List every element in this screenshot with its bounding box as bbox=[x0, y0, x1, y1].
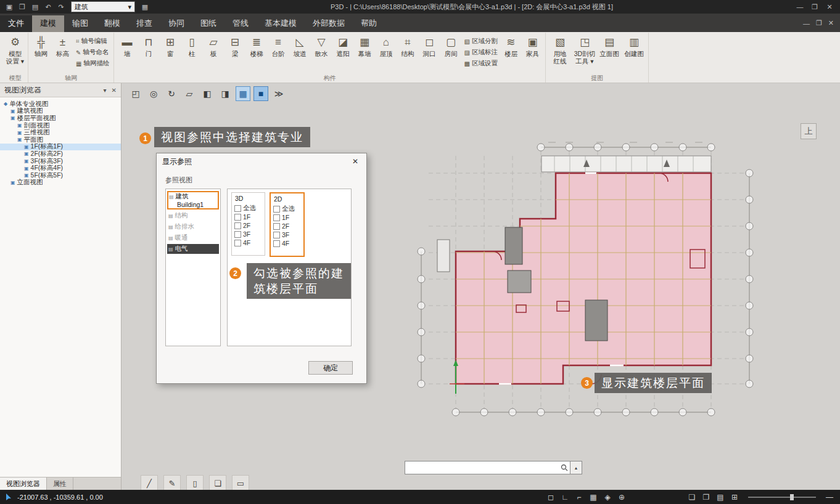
pick-column-icon[interactable]: ▯ bbox=[186, 475, 204, 490]
ribbon-tab[interactable]: 输图 bbox=[64, 15, 96, 32]
ucs-icon[interactable]: ◻ bbox=[545, 492, 556, 502]
view-tree-item[interactable]: ▣ 楼层平面视图 bbox=[0, 115, 121, 122]
ribbon-tool-button[interactable]: ▦ 幕墙 bbox=[353, 33, 375, 58]
polar-icon[interactable]: ⌐ bbox=[574, 492, 585, 502]
collapse-icon[interactable]: ▾ bbox=[104, 87, 107, 94]
more-styles-icon[interactable]: ≫ bbox=[271, 86, 286, 101]
floor-checkbox-3d[interactable]: 2F bbox=[234, 221, 263, 230]
ribbon-tool-button[interactable]: ▱ 板 bbox=[202, 33, 224, 58]
ribbon-tool-button[interactable]: ⊞ 窗 bbox=[159, 33, 181, 58]
copy-tool-icon[interactable]: ❏ bbox=[209, 475, 226, 490]
close-panel-icon[interactable]: ✕ bbox=[112, 87, 117, 94]
ribbon-tool-button[interactable]: ▽ 散水 bbox=[310, 33, 332, 58]
floor-checkbox-3d[interactable]: 4F bbox=[234, 238, 263, 247]
list-view-icon[interactable]: ▤ bbox=[715, 492, 726, 502]
ribbon-tool-button[interactable]: ≡ 台阶 bbox=[267, 33, 289, 58]
grid-snap-icon[interactable]: ▦ bbox=[588, 492, 599, 502]
ribbon-small-button[interactable]: ⌗ 轴号编辑 bbox=[76, 37, 109, 46]
app-icon[interactable]: ▣ bbox=[4, 2, 15, 12]
zoom-slider-handle[interactable] bbox=[790, 494, 794, 500]
ribbon-tool-button[interactable]: ◺ 坡道 bbox=[289, 33, 310, 58]
ribbon-tab[interactable]: 建模 bbox=[32, 15, 64, 32]
ribbon-tool-button[interactable]: ⊟ 梁 bbox=[224, 33, 245, 58]
ribbon-tool-button[interactable]: ▯ 柱 bbox=[181, 33, 202, 58]
ribbon-tool-button[interactable]: ⌗ 结构 bbox=[397, 33, 418, 58]
ribbon-tool-button[interactable]: ≣ 楼梯 bbox=[245, 33, 267, 58]
ribbon-tool-button[interactable]: ▢ 房间 bbox=[440, 33, 461, 58]
floor-checkbox-2d[interactable]: 1F bbox=[273, 213, 302, 222]
textured-style-icon[interactable]: ■ bbox=[253, 86, 268, 101]
undo-icon[interactable]: ↶ bbox=[43, 2, 54, 12]
sketch-icon[interactable]: ✎ bbox=[163, 475, 181, 490]
ribbon-small-button[interactable]: ▩ 区域设置 bbox=[464, 59, 497, 68]
ribbon-tab[interactable]: 管线 bbox=[224, 15, 257, 32]
ribbon-tool-button[interactable]: ◪ 遮阳 bbox=[332, 33, 353, 58]
dialog-close-icon[interactable]: ✕ bbox=[350, 157, 361, 166]
floor-checkbox-2d[interactable]: 4F bbox=[273, 239, 302, 248]
zoom-slider[interactable] bbox=[748, 497, 816, 498]
redo-icon[interactable]: ↷ bbox=[56, 2, 67, 12]
view-tree-item[interactable]: ▣ 剖面视图 bbox=[0, 122, 121, 129]
view-tree-item[interactable]: ▣ 立面视图 bbox=[0, 179, 121, 187]
ribbon-tool-button[interactable]: ± 标高 bbox=[52, 33, 73, 58]
ortho-icon[interactable]: ∟ bbox=[559, 492, 570, 502]
grid-view-icon[interactable]: ⊞ bbox=[729, 492, 740, 502]
ribbon-tool-button[interactable]: ◻ 洞口 bbox=[418, 33, 440, 58]
restore-button[interactable]: ❐ bbox=[808, 2, 821, 12]
ribbon-tab[interactable]: 排查 bbox=[128, 15, 160, 32]
dialog-titlebar[interactable]: 显示参照 ✕ bbox=[157, 153, 366, 169]
select-mode-icon[interactable]: ◰ bbox=[128, 86, 143, 101]
single-view-icon[interactable]: ❏ bbox=[686, 492, 698, 502]
workset-icon[interactable]: ▦ bbox=[139, 2, 150, 12]
track-icon[interactable]: ⊕ bbox=[616, 492, 627, 502]
close-button[interactable]: ✕ bbox=[823, 2, 836, 12]
zoom-out-icon[interactable]: — bbox=[824, 492, 835, 502]
ribbon-tool-button[interactable]: ⊓ 门 bbox=[138, 33, 159, 58]
ribbon-tool-button[interactable]: ▧ 用地 红线 bbox=[548, 33, 572, 65]
ribbon-small-button[interactable]: ▨ 区域标注 bbox=[464, 48, 497, 57]
ribbon-tab[interactable]: 外部数据 bbox=[305, 15, 353, 32]
ribbon-tab[interactable]: 帮助 bbox=[353, 15, 385, 32]
floor-checkbox-2d[interactable]: 2F bbox=[273, 222, 302, 230]
regen-icon[interactable]: ↻ bbox=[164, 86, 179, 101]
save-icon[interactable]: ▤ bbox=[30, 2, 41, 12]
ribbon-tool-button[interactable]: ▬ 墙 bbox=[116, 33, 138, 58]
canvas-search-input[interactable] bbox=[408, 463, 558, 472]
reference-model-item[interactable]: ▤ 给排水 bbox=[167, 222, 219, 232]
ribbon-small-button[interactable]: ▦ 轴网描绘 bbox=[76, 59, 109, 68]
ribbon-tool-button[interactable]: ⚙ 模型 设置 ▾ bbox=[4, 33, 26, 65]
ribbon-tab[interactable]: 翻模 bbox=[96, 15, 128, 32]
reference-model-item[interactable]: ▤ 结构 bbox=[167, 211, 219, 221]
ribbon-tool-button[interactable]: ▤ 立面图 bbox=[597, 33, 622, 58]
panel-tab[interactable]: 视图浏览器 bbox=[0, 478, 47, 490]
view-tree-item[interactable]: ▣ 三维视图 bbox=[0, 129, 121, 136]
ribbon-tool-button[interactable]: ≋ 楼层 bbox=[500, 33, 522, 58]
reference-model-item[interactable]: ▤ 暖通 bbox=[167, 233, 219, 243]
open-icon[interactable]: ❒ bbox=[17, 2, 28, 12]
north-arrow-icon[interactable]: 上 bbox=[801, 123, 817, 139]
floor-checkbox-3d[interactable]: 全选 bbox=[234, 204, 263, 213]
draw-line-icon[interactable]: ╱ bbox=[141, 475, 158, 490]
ribbon-tool-button[interactable]: ◳ 3D剖切 工具 ▾ bbox=[572, 33, 597, 65]
ribbon-tab[interactable]: 协同 bbox=[160, 15, 192, 32]
ribbon-tab[interactable]: 文件 bbox=[0, 15, 32, 32]
panel-tab[interactable]: 属性 bbox=[47, 478, 73, 490]
search-expand-button[interactable]: ▲ bbox=[570, 461, 582, 474]
doc-minimize-button[interactable]: — bbox=[803, 20, 810, 27]
reference-model-item[interactable]: ▤ 建筑 Building1 bbox=[167, 191, 219, 209]
wireframe-style-icon[interactable]: ▱ bbox=[182, 86, 197, 101]
orbit-icon[interactable]: ◎ bbox=[146, 86, 161, 101]
ribbon-tab[interactable]: 图纸 bbox=[192, 15, 224, 32]
minimize-button[interactable]: — bbox=[793, 2, 807, 12]
floor-checkbox-2d[interactable]: 3F bbox=[273, 230, 302, 239]
ribbon-small-button[interactable]: ✎ 轴号命名 bbox=[76, 48, 109, 57]
doc-restore-button[interactable]: ❐ bbox=[816, 19, 822, 27]
multi-view-icon[interactable]: ❐ bbox=[701, 492, 712, 502]
doc-close-button[interactable]: ✕ bbox=[828, 19, 834, 27]
floor-checkbox-3d[interactable]: 1F bbox=[234, 213, 263, 221]
ok-button[interactable]: 确定 bbox=[308, 361, 353, 375]
drawing-canvas[interactable]: ◰ ◎ ↻ ▱ ◧ ◨ ▦ ■ ≫ bbox=[121, 83, 840, 490]
reference-model-item[interactable]: ▤ 电气 bbox=[167, 244, 219, 254]
ribbon-tool-button[interactable]: ⌂ 屋顶 bbox=[375, 33, 397, 58]
realistic-style-icon[interactable]: ▦ bbox=[236, 86, 250, 101]
